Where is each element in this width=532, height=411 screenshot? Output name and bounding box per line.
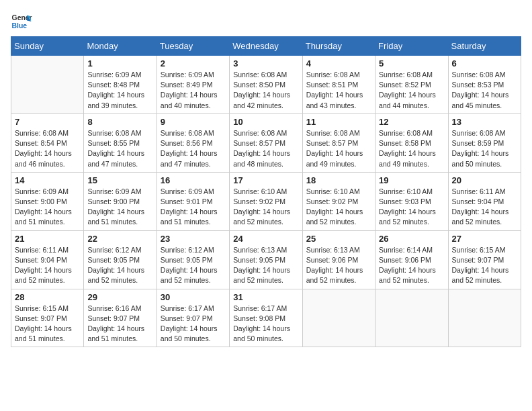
column-header-monday: Monday [84,37,157,56]
day-number: 28 [15,292,80,302]
day-info: Sunrise: 6:10 AMSunset: 9:02 PMDaylight:… [306,187,371,228]
day-number: 11 [306,117,371,127]
calendar-cell: 18Sunrise: 6:10 AMSunset: 9:02 PMDayligh… [302,172,375,230]
calendar-cell: 7Sunrise: 6:08 AMSunset: 8:54 PMDaylight… [11,113,84,172]
day-number: 2 [161,58,226,68]
day-number: 18 [306,175,371,185]
day-info: Sunrise: 6:17 AMSunset: 9:07 PMDaylight:… [161,304,226,345]
calendar-cell [302,289,375,347]
day-number: 24 [233,234,298,244]
day-info: Sunrise: 6:08 AMSunset: 8:58 PMDaylight:… [379,128,444,169]
day-info: Sunrise: 6:09 AMSunset: 8:48 PMDaylight:… [87,70,152,111]
calendar-cell: 2Sunrise: 6:09 AMSunset: 8:49 PMDaylight… [157,56,229,114]
day-info: Sunrise: 6:08 AMSunset: 8:51 PMDaylight:… [306,70,371,111]
calendar-cell: 31Sunrise: 6:17 AMSunset: 9:08 PMDayligh… [230,289,302,347]
calendar-cell: 3Sunrise: 6:08 AMSunset: 8:50 PMDaylight… [230,56,302,114]
calendar-cell: 11Sunrise: 6:08 AMSunset: 8:57 PMDayligh… [302,113,375,172]
day-info: Sunrise: 6:13 AMSunset: 9:05 PMDaylight:… [233,245,298,286]
column-header-thursday: Thursday [302,37,375,56]
day-info: Sunrise: 6:09 AMSunset: 9:01 PMDaylight:… [161,187,226,228]
day-info: Sunrise: 6:08 AMSunset: 8:52 PMDaylight:… [379,70,444,111]
svg-text:Blue: Blue [12,22,28,30]
header: General Blue [11,11,521,32]
day-number: 22 [87,234,152,244]
calendar-cell: 20Sunrise: 6:11 AMSunset: 9:04 PMDayligh… [448,172,521,230]
calendar-cell: 26Sunrise: 6:14 AMSunset: 9:06 PMDayligh… [375,230,448,289]
column-header-friday: Friday [375,37,448,56]
calendar-cell: 16Sunrise: 6:09 AMSunset: 9:01 PMDayligh… [157,172,229,230]
column-header-sunday: Sunday [11,37,84,56]
day-info: Sunrise: 6:15 AMSunset: 9:07 PMDaylight:… [15,304,80,345]
day-info: Sunrise: 6:08 AMSunset: 8:54 PMDaylight:… [15,128,80,169]
day-info: Sunrise: 6:12 AMSunset: 9:05 PMDaylight:… [161,245,226,286]
calendar-cell: 1Sunrise: 6:09 AMSunset: 8:48 PMDaylight… [84,56,157,114]
week-row-5: 28Sunrise: 6:15 AMSunset: 9:07 PMDayligh… [11,289,521,347]
day-number: 13 [452,117,517,127]
day-number: 16 [161,175,226,185]
calendar-cell: 27Sunrise: 6:15 AMSunset: 9:07 PMDayligh… [448,230,521,289]
calendar-cell [11,56,84,114]
day-info: Sunrise: 6:15 AMSunset: 9:07 PMDaylight:… [452,245,517,286]
day-info: Sunrise: 6:11 AMSunset: 9:04 PMDaylight:… [15,245,80,286]
calendar-cell: 15Sunrise: 6:09 AMSunset: 9:00 PMDayligh… [84,172,157,230]
calendar-cell: 14Sunrise: 6:09 AMSunset: 9:00 PMDayligh… [11,172,84,230]
day-number: 15 [87,175,152,185]
calendar-cell: 22Sunrise: 6:12 AMSunset: 9:05 PMDayligh… [84,230,157,289]
day-number: 6 [452,58,517,68]
day-number: 23 [161,234,226,244]
calendar-cell: 9Sunrise: 6:08 AMSunset: 8:56 PMDaylight… [157,113,229,172]
calendar-cell: 10Sunrise: 6:08 AMSunset: 8:57 PMDayligh… [230,113,302,172]
calendar-cell: 13Sunrise: 6:08 AMSunset: 8:59 PMDayligh… [448,113,521,172]
column-header-tuesday: Tuesday [157,37,229,56]
day-number: 14 [15,175,80,185]
day-info: Sunrise: 6:09 AMSunset: 9:00 PMDaylight:… [15,187,80,228]
column-header-wednesday: Wednesday [230,37,302,56]
calendar-cell: 8Sunrise: 6:08 AMSunset: 8:55 PMDaylight… [84,113,157,172]
calendar-cell: 17Sunrise: 6:10 AMSunset: 9:02 PMDayligh… [230,172,302,230]
calendar-cell: 28Sunrise: 6:15 AMSunset: 9:07 PMDayligh… [11,289,84,347]
day-number: 30 [161,292,226,302]
day-number: 27 [452,234,517,244]
day-info: Sunrise: 6:17 AMSunset: 9:08 PMDaylight:… [233,304,298,345]
calendar-cell: 21Sunrise: 6:11 AMSunset: 9:04 PMDayligh… [11,230,84,289]
day-info: Sunrise: 6:13 AMSunset: 9:06 PMDaylight:… [306,245,371,286]
day-number: 8 [87,117,152,127]
day-info: Sunrise: 6:08 AMSunset: 8:59 PMDaylight:… [452,128,517,169]
day-info: Sunrise: 6:09 AMSunset: 9:00 PMDaylight:… [87,187,152,228]
week-row-1: 1Sunrise: 6:09 AMSunset: 8:48 PMDaylight… [11,56,521,114]
day-number: 19 [379,175,444,185]
day-info: Sunrise: 6:11 AMSunset: 9:04 PMDaylight:… [452,187,517,228]
week-row-3: 14Sunrise: 6:09 AMSunset: 9:00 PMDayligh… [11,172,521,230]
day-info: Sunrise: 6:09 AMSunset: 8:49 PMDaylight:… [161,70,226,111]
calendar-cell: 25Sunrise: 6:13 AMSunset: 9:06 PMDayligh… [302,230,375,289]
day-number: 4 [306,58,371,68]
day-number: 12 [379,117,444,127]
calendar-cell: 30Sunrise: 6:17 AMSunset: 9:07 PMDayligh… [157,289,229,347]
calendar-cell: 19Sunrise: 6:10 AMSunset: 9:03 PMDayligh… [375,172,448,230]
day-info: Sunrise: 6:10 AMSunset: 9:03 PMDaylight:… [379,187,444,228]
day-info: Sunrise: 6:12 AMSunset: 9:05 PMDaylight:… [87,245,152,286]
calendar-header-row: SundayMondayTuesdayWednesdayThursdayFrid… [11,37,521,56]
day-info: Sunrise: 6:14 AMSunset: 9:06 PMDaylight:… [379,245,444,286]
day-number: 31 [233,292,298,302]
calendar-cell: 24Sunrise: 6:13 AMSunset: 9:05 PMDayligh… [230,230,302,289]
day-number: 29 [87,292,152,302]
week-row-4: 21Sunrise: 6:11 AMSunset: 9:04 PMDayligh… [11,230,521,289]
day-number: 26 [379,234,444,244]
calendar: SundayMondayTuesdayWednesdayThursdayFrid… [11,36,521,347]
day-number: 5 [379,58,444,68]
day-number: 21 [15,234,80,244]
calendar-cell: 4Sunrise: 6:08 AMSunset: 8:51 PMDaylight… [302,56,375,114]
logo-icon: General Blue [11,11,32,32]
day-number: 20 [452,175,517,185]
day-number: 3 [233,58,298,68]
day-number: 1 [87,58,152,68]
day-number: 10 [233,117,298,127]
day-info: Sunrise: 6:08 AMSunset: 8:53 PMDaylight:… [452,70,517,111]
calendar-cell: 29Sunrise: 6:16 AMSunset: 9:07 PMDayligh… [84,289,157,347]
day-info: Sunrise: 6:16 AMSunset: 9:07 PMDaylight:… [87,304,152,345]
calendar-cell: 6Sunrise: 6:08 AMSunset: 8:53 PMDaylight… [448,56,521,114]
day-number: 25 [306,234,371,244]
day-number: 7 [15,117,80,127]
day-info: Sunrise: 6:10 AMSunset: 9:02 PMDaylight:… [233,187,298,228]
